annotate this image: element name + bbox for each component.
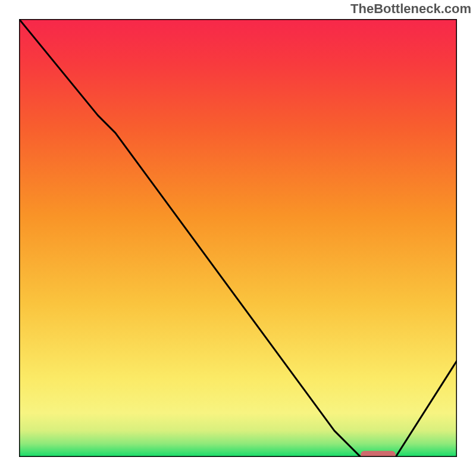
chart-svg — [19, 19, 457, 457]
chart-container: TheBottleneck.com — [0, 0, 476, 476]
gradient-background — [19, 19, 457, 457]
plot-area — [19, 19, 457, 457]
optimal-marker — [361, 451, 396, 457]
watermark-text: TheBottleneck.com — [350, 1, 471, 17]
